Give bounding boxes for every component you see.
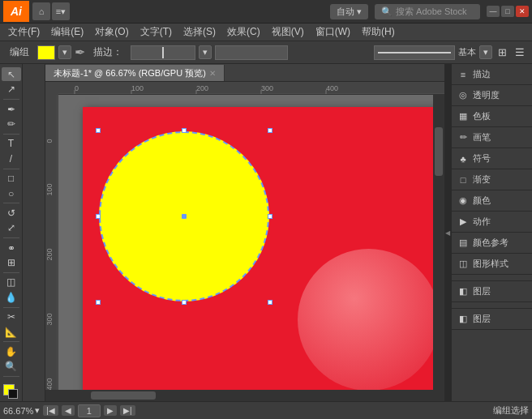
left-toolbar: ↖ ↗ ✒ ✏ T / □ ○ ↺ ⤢ ⚭ ⊞ ◫ 💧 ✂ 📐 ✋ 🔍	[0, 64, 23, 401]
page-number-input[interactable]	[78, 404, 101, 417]
hand-tool[interactable]: ✋	[2, 344, 21, 358]
rotate-tool[interactable]: ↺	[2, 206, 21, 220]
tool-separator-3	[3, 169, 19, 169]
panel-graphicstyles[interactable]: ◫ 图形样式	[452, 254, 532, 275]
menu-help[interactable]: 帮助(H)	[357, 24, 400, 41]
canvas-area: 未标题-1* @ 66.67% (RGB/GPU 预览) ✕ 0 100 200	[45, 64, 444, 401]
panel-layers-2[interactable]: ◧ 图层	[452, 309, 532, 330]
ruler-top-row: 0 100 200 300 400	[45, 82, 444, 95]
align-right-btn[interactable]: ☰	[513, 45, 527, 59]
menu-window[interactable]: 窗口(W)	[311, 24, 355, 41]
measure-tool[interactable]: 📐	[2, 325, 21, 339]
panel-actions[interactable]: ▶ 动作	[452, 212, 532, 233]
handle-bc[interactable]	[182, 300, 187, 305]
handle-mr[interactable]	[268, 214, 272, 219]
eyedropper-tool[interactable]: 💧	[2, 290, 21, 304]
h-scrollbar-thumb[interactable]	[91, 391, 156, 400]
scrollbar-corner-tl	[45, 390, 58, 401]
handle-br[interactable]	[268, 300, 272, 305]
nav-next-btn[interactable]: ▶	[104, 405, 117, 416]
ellipse-tool[interactable]: ○	[2, 186, 21, 200]
handle-ml[interactable]	[96, 214, 101, 219]
vertical-ruler: 0 100 200 300 400	[45, 95, 58, 390]
minimize-button[interactable]: —	[487, 6, 500, 17]
document-tab[interactable]: 未标题-1* @ 66.67% (RGB/GPU 预览) ✕	[45, 65, 225, 81]
symbols-panel-label: 符号	[473, 152, 491, 165]
pen-tool-icon: ✒	[75, 45, 85, 60]
panel-stroke[interactable]: ≡ 描边	[452, 64, 532, 85]
stroke-swatch[interactable]	[8, 389, 18, 399]
fill-color-swatch[interactable]	[37, 45, 55, 60]
menu-edit[interactable]: 编辑(E)	[46, 24, 88, 41]
menu-file[interactable]: 文件(F)	[3, 24, 45, 41]
handle-bl[interactable]	[96, 300, 101, 305]
stroke-panel-icon: ≡	[457, 70, 470, 79]
artboard	[83, 107, 433, 390]
pen-tool[interactable]: ✒	[2, 102, 21, 116]
panel-transparency[interactable]: ◎ 透明度	[452, 85, 532, 106]
layout-btn[interactable]: ≡▾	[52, 2, 70, 20]
horizontal-scrollbar[interactable]	[58, 390, 444, 401]
panel-layers-1[interactable]: ◧ 图层	[452, 281, 532, 302]
gradient-tool[interactable]: ◫	[2, 276, 21, 289]
vertical-scrollbar[interactable]	[433, 95, 444, 390]
right-panel-collapse[interactable]: ◀	[444, 64, 451, 401]
v-scrollbar-thumb[interactable]	[435, 127, 443, 176]
canvas-viewport[interactable]	[58, 95, 433, 390]
menu-effect[interactable]: 效果(C)	[222, 24, 265, 41]
handle-tr[interactable]	[268, 128, 272, 133]
pencil-tool[interactable]: ✏	[2, 117, 21, 130]
transparency-panel-icon: ◎	[457, 90, 470, 100]
svg-text:200: 200	[45, 248, 54, 260]
menu-object[interactable]: 对象(O)	[90, 24, 133, 41]
mesh-tool[interactable]: ⊞	[2, 255, 21, 269]
yellow-circle[interactable]	[99, 131, 269, 301]
panel-swatches[interactable]: ▦ 色板	[452, 106, 532, 127]
rectangle-tool[interactable]: □	[2, 171, 21, 185]
selection-tool[interactable]: ↖	[2, 67, 21, 81]
type-tool[interactable]: T	[2, 137, 21, 151]
home-btn[interactable]: ⌂	[32, 2, 50, 20]
stroke-width-field[interactable]	[215, 45, 288, 60]
nav-end-btn[interactable]: ▶|	[120, 405, 135, 416]
colorguide-panel-label: 颜色参考	[473, 237, 508, 249]
panel-brushes[interactable]: ✏ 画笔	[452, 127, 532, 148]
stroke-preview[interactable]	[131, 45, 195, 60]
menu-type[interactable]: 文字(T)	[135, 24, 177, 41]
handle-tl[interactable]	[96, 128, 101, 133]
maximize-button[interactable]: □	[501, 6, 514, 17]
tab-close-icon[interactable]: ✕	[209, 69, 216, 78]
blend-tool[interactable]: ⚭	[2, 241, 21, 254]
nav-start-btn[interactable]: |◀	[43, 405, 58, 416]
menu-select[interactable]: 选择(S)	[178, 24, 221, 41]
scale-tool[interactable]: ⤢	[2, 221, 21, 235]
horizontal-ruler: 0 100 200 300 400	[58, 82, 444, 95]
panel-symbols[interactable]: ♣ 符号	[452, 148, 532, 169]
pink-circle[interactable]	[298, 249, 433, 390]
menu-view[interactable]: 视图(V)	[267, 24, 309, 41]
close-button[interactable]: ✕	[516, 6, 529, 17]
panel-colorguide[interactable]: ▤ 颜色参考	[452, 233, 532, 254]
align-left-btn[interactable]: ⊞	[496, 45, 509, 59]
handle-tc[interactable]	[182, 128, 187, 133]
panel-divider-2	[452, 302, 532, 309]
line-tool[interactable]: /	[2, 152, 21, 165]
zoom-tool[interactable]: 🔍	[2, 360, 21, 374]
title-bar: Ai ⌂ ≡▾ 自动 ▾ 🔍 搜索 Adobe Stock — □ ✕	[0, 0, 532, 24]
slice-tool[interactable]: ✂	[2, 310, 21, 323]
svg-text:300: 300	[45, 313, 54, 325]
fill-dropdown[interactable]: ▾	[58, 45, 71, 59]
circle-center-handle	[182, 214, 187, 219]
canvas-tabs: 未标题-1* @ 66.67% (RGB/GPU 预览) ✕	[45, 64, 444, 82]
group-label: 编组	[5, 44, 34, 61]
right-panel: ≡ 描边 ◎ 透明度 ▦ 色板 ✏ 画笔 ♣ 符号	[451, 64, 532, 401]
stroke-dropdown[interactable]: ▾	[199, 45, 212, 59]
direct-selection-tool[interactable]: ↗	[2, 82, 21, 96]
nav-prev-btn[interactable]: ◀	[62, 405, 75, 416]
panel-color[interactable]: ◉ 颜色	[452, 190, 532, 212]
style-dropdown[interactable]: ▾	[479, 45, 492, 59]
stock-search[interactable]: 🔍 搜索 Adobe Stock	[375, 4, 480, 19]
canvas-with-ruler: 0 100 200 300 400	[45, 82, 444, 401]
mode-dropdown[interactable]: 自动 ▾	[330, 4, 368, 19]
panel-gradient[interactable]: □ 渐变	[452, 169, 532, 190]
